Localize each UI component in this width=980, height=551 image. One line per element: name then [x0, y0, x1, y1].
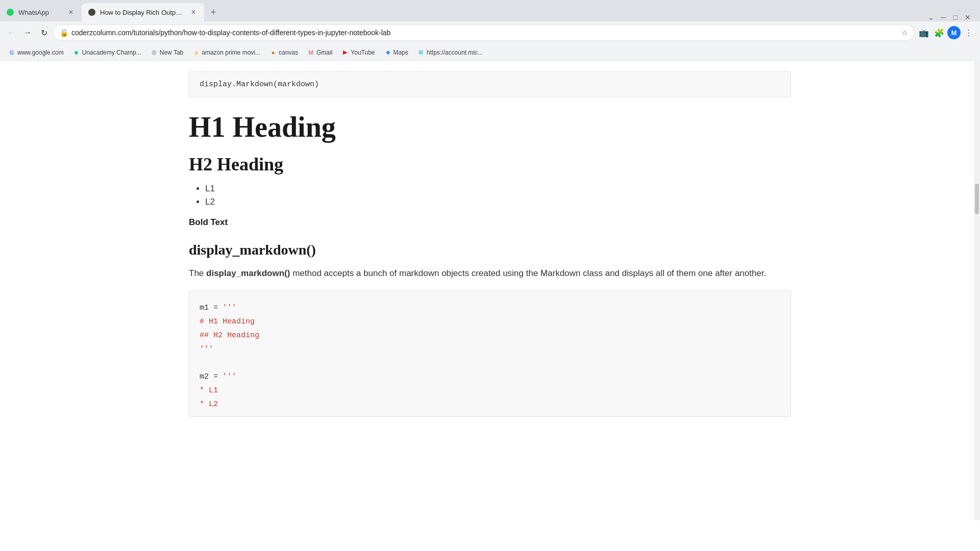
- address-input[interactable]: 🔒 coderzcolumn.com/tutorials/python/how-…: [53, 24, 915, 41]
- bookmark-gmail[interactable]: M Gmail: [303, 46, 336, 59]
- address-bar: ← → ↻ 🔒 coderzcolumn.com/tutorials/pytho…: [0, 21, 980, 44]
- scrollbar-thumb[interactable]: [975, 184, 979, 214]
- bookmark-google-label: www.google.com: [17, 49, 64, 56]
- extensions-icon[interactable]: 🧩: [932, 26, 946, 40]
- page-content: display.Markdown(markdown) H1 Heading H2…: [0, 61, 980, 520]
- close-button[interactable]: ✕: [964, 13, 972, 21]
- newtab-favicon: ◎: [151, 49, 158, 56]
- bookmark-youtube-label: YouTube: [351, 49, 375, 56]
- toolbar-icons: 📺 🧩 M ⋮: [917, 26, 976, 40]
- back-button[interactable]: ←: [4, 26, 18, 40]
- tab-list-button[interactable]: ⌄: [927, 13, 935, 21]
- bookmark-amazon[interactable]: a amazon prime movi...: [188, 46, 264, 59]
- window-controls: ⌄ ─ □ ✕: [927, 13, 980, 21]
- address-text: coderzcolumn.com/tutorials/python/how-to…: [71, 29, 898, 37]
- forward-button[interactable]: →: [20, 26, 35, 40]
- tab-bar: WhatsApp ✕ How to Display Rich Outputs (…: [0, 0, 980, 21]
- scrollbar[interactable]: [974, 61, 980, 520]
- bookmark-microsoft[interactable]: ⊞ https://account.mic...: [413, 46, 487, 59]
- bookmarks-bar: G www.google.com ◉ Unacademy Champ... ◎ …: [0, 44, 980, 61]
- coderzcolumn-favicon: [88, 8, 96, 16]
- cast-icon[interactable]: 📺: [917, 26, 931, 40]
- whatsapp-favicon: [6, 8, 14, 16]
- top-code-block: display.Markdown(markdown): [189, 71, 791, 97]
- google-favicon: G: [8, 49, 15, 56]
- rendered-h1: H1 Heading: [189, 112, 791, 143]
- bookmark-unacademy-label: Unacademy Champ...: [82, 49, 141, 56]
- tab-coderzcolumn-title: How to Display Rich Outputs (in...: [100, 9, 186, 16]
- tab-whatsapp[interactable]: WhatsApp ✕: [0, 3, 82, 21]
- lock-icon: 🔒: [60, 29, 68, 37]
- bookmark-google[interactable]: G www.google.com: [4, 46, 68, 59]
- bookmark-canvas[interactable]: ● canvas: [265, 46, 302, 59]
- code-line-1: m1 = ''': [200, 301, 780, 315]
- func-heading: display_markdown(): [189, 242, 791, 258]
- amazon-favicon: a: [192, 49, 200, 56]
- top-code-text: display.Markdown(markdown): [200, 80, 319, 89]
- maps-favicon: ◆: [384, 49, 391, 56]
- code-m1-assign: m1 =: [200, 304, 223, 312]
- content-area: display.Markdown(markdown) H1 Heading H2…: [133, 61, 847, 437]
- canvas-favicon: ●: [270, 49, 277, 56]
- code-m2-quote: ''': [223, 372, 236, 381]
- rendered-h2: H2 Heading: [189, 154, 791, 176]
- list-item-l2: L2: [205, 197, 791, 207]
- bookmark-youtube[interactable]: ▶ YouTube: [337, 46, 379, 59]
- desc-prefix: The: [189, 268, 206, 278]
- code-l2: * L2: [200, 400, 218, 409]
- maximize-button[interactable]: □: [951, 13, 960, 21]
- bookmark-unacademy[interactable]: ◉ Unacademy Champ...: [69, 46, 145, 59]
- bookmark-maps-label: Maps: [394, 49, 408, 56]
- code-line-4: ''': [200, 342, 780, 356]
- unacademy-favicon: ◉: [73, 49, 80, 56]
- bold-text: Bold Text: [189, 217, 791, 228]
- tab-coderzcolumn-close[interactable]: ✕: [189, 8, 198, 17]
- code-line-6: m2 = ''': [200, 370, 780, 384]
- code-l1: * L1: [200, 386, 218, 395]
- code-line-5: [200, 356, 780, 370]
- bookmark-microsoft-label: https://account.mic...: [427, 49, 483, 56]
- code-line-7: * L1: [200, 384, 780, 397]
- rendered-list: L1 L2: [205, 184, 791, 207]
- tab-whatsapp-title: WhatsApp: [18, 9, 63, 16]
- gmail-favicon: M: [307, 49, 314, 56]
- code-h1: # H1 Heading: [200, 317, 255, 326]
- code-close-quote: ''': [200, 345, 213, 354]
- code-line-3: ## H2 Heading: [200, 329, 780, 342]
- desc-suffix: method accepts a bunch of markdown objec…: [290, 268, 766, 278]
- code-line-8: * L2: [200, 397, 780, 411]
- new-tab-button[interactable]: +: [206, 5, 220, 19]
- youtube-favicon: ▶: [341, 49, 349, 56]
- bookmark-newtab-label: New Tab: [160, 49, 183, 56]
- bookmark-gmail-label: Gmail: [316, 49, 332, 56]
- code-h2: ## H2 Heading: [200, 331, 259, 340]
- tab-whatsapp-close[interactable]: ✕: [66, 8, 76, 17]
- reload-button[interactable]: ↻: [37, 26, 51, 40]
- bookmark-maps[interactable]: ◆ Maps: [380, 46, 412, 59]
- bookmark-amazon-label: amazon prime movi...: [202, 49, 260, 56]
- large-code-block: m1 = ''' # H1 Heading ## H2 Heading ''' …: [189, 290, 791, 417]
- menu-button[interactable]: ⋮: [962, 26, 976, 40]
- profile-button[interactable]: M: [947, 26, 961, 39]
- browser-chrome: WhatsApp ✕ How to Display Rich Outputs (…: [0, 0, 980, 520]
- bookmark-canvas-label: canvas: [279, 49, 298, 56]
- bookmark-star-icon[interactable]: ☆: [901, 29, 908, 37]
- tab-coderzcolumn[interactable]: How to Display Rich Outputs (in... ✕: [82, 3, 204, 21]
- list-item-l1: L1: [205, 184, 791, 194]
- code-m1-quote: ''': [223, 304, 236, 312]
- bookmark-newtab[interactable]: ◎ New Tab: [146, 46, 187, 59]
- code-m2-assign: m2 =: [200, 372, 223, 381]
- code-line-2: # H1 Heading: [200, 315, 780, 329]
- minimize-button[interactable]: ─: [939, 13, 947, 21]
- description-paragraph: The display_markdown() method accepts a …: [189, 266, 791, 280]
- microsoft-favicon: ⊞: [418, 49, 425, 56]
- desc-bold: display_markdown(): [206, 268, 290, 278]
